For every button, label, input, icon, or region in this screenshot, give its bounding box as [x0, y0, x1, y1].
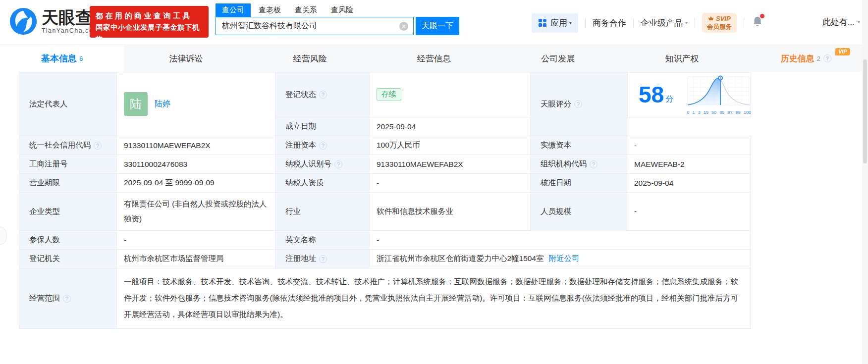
uscc-label: 统一社会信用代码? — [19, 136, 117, 155]
tab-count: 2 — [817, 55, 820, 62]
tab-company-development[interactable]: 公司发展 — [496, 45, 620, 72]
chevron-down-icon: ▾ — [569, 21, 572, 25]
tab-basic-info[interactable]: 基本信息 6 — [0, 45, 124, 72]
tab-business-risk[interactable]: 经营风险 — [248, 45, 372, 72]
reg-address-label: 注册地址? — [275, 250, 370, 268]
help-icon[interactable]: ? — [590, 160, 597, 168]
tianyancha-logo-icon — [9, 7, 38, 36]
crown-icon — [708, 16, 714, 21]
address-text: 浙江省杭州市余杭区仓前街道爱力中心2幢1504室 — [377, 254, 544, 264]
search-input-wrap: ✕ — [216, 17, 414, 35]
search-button[interactable]: 天眼一下 — [416, 17, 459, 35]
status-badge: 存续 — [377, 88, 401, 101]
business-scope-value: 一般项目：技术服务、技术开发、技术咨询、技术交流、技术转让、技术推广；计算机系统… — [117, 268, 751, 329]
score-cell: 58 分 — [627, 72, 751, 117]
user-account-menu[interactable]: 此处有... ▾ — [822, 16, 860, 28]
taxpayer-quality-value: - — [370, 174, 531, 193]
help-icon[interactable]: ? — [334, 160, 342, 168]
clear-icon[interactable]: ✕ — [399, 22, 408, 31]
search-tab-boss[interactable]: 查老板 — [259, 3, 281, 17]
taxpayer-id-label: 纳税人识别号? — [275, 155, 370, 174]
vip-badge: VIP — [835, 48, 850, 55]
search-tabs: 查公司 查老板 查关系 查风险 — [216, 3, 459, 17]
chevron-down-icon: ▾ — [685, 21, 688, 25]
tianyancha-logo[interactable]: 天眼查 TianYanCha.com — [9, 7, 99, 36]
apps-grid-icon — [538, 18, 547, 27]
table-row: 统一社会信用代码? 91330110MAEWEFAB2X 注册资本? 100万人… — [19, 136, 751, 155]
svip-member-button[interactable]: SVIP 会员服务 — [702, 13, 737, 33]
header-nav: 应用 ▾ 商务合作 企业级产品 ▾ SVIP 会员服务 — [532, 13, 764, 33]
reg-capital-value: 100万人民币 — [370, 136, 531, 155]
taxpayer-quality-label: 纳税人资质 — [275, 174, 370, 193]
score-distribution-chart: 01 315 5085 9799 100 — [686, 75, 752, 115]
tab-intellectual-property[interactable]: 知识产权 — [620, 45, 744, 72]
apps-menu-label: 应用 — [550, 17, 567, 29]
search-input[interactable] — [216, 17, 413, 35]
help-icon[interactable]: ? — [63, 295, 71, 303]
tab-business-info[interactable]: 经营信息 — [372, 45, 496, 72]
company-info-table: 法定代表人 陆 陆婷 登记状态? 存续 天眼评分? 58 分 — [19, 72, 751, 329]
tab-history-info[interactable]: VIP 历史信息 2 ? — [744, 45, 868, 72]
scrollbar-track — [862, 0, 868, 364]
help-icon[interactable]: ? — [94, 142, 102, 150]
staff-size-value: - — [627, 193, 751, 231]
company-section-tabs: 基本信息 6 法律诉讼 经营风险 经营信息 公司发展 知识产权 VIP 历史信息… — [0, 45, 868, 72]
divider — [585, 18, 586, 27]
scrollbar-thumb[interactable] — [863, 59, 867, 163]
taxpayer-id-value: 91330110MAEWEFAB2X — [370, 155, 531, 174]
establish-date-value: 2025-09-04 — [370, 117, 531, 136]
tab-count: 6 — [79, 55, 83, 62]
org-code-value: MAEWEFAB-2 — [627, 155, 751, 174]
uscc-value: 91330110MAEWEFAB2X — [117, 136, 275, 155]
table-row: 法定代表人 陆 陆婷 登记状态? 存续 天眼评分? 58 分 — [19, 72, 751, 117]
search-tab-company[interactable]: 查公司 — [216, 3, 251, 17]
insured-count-label: 参保人数 — [19, 231, 117, 250]
help-icon[interactable]: ? — [574, 100, 582, 108]
establish-date-label: 成立日期 — [275, 117, 370, 136]
table-row: 登记机关 杭州市余杭区市场监督管理局 注册地址? 浙江省杭州市余杭区仓前街道爱力… — [19, 250, 751, 268]
slogan-line2: 国家中小企业发展子基金旗下机构 — [96, 21, 204, 45]
nav-enterprise-products[interactable]: 企业级产品 ▾ — [641, 17, 688, 29]
tab-legal-litigation[interactable]: 法律诉讼 — [124, 45, 248, 72]
legal-rep-label: 法定代表人 — [19, 72, 117, 136]
score-label: 天眼评分? — [531, 72, 627, 136]
business-term-label: 营业期限 — [19, 174, 117, 193]
divider — [695, 18, 695, 27]
table-row: 企业类型 有限责任公司 (非自然人投资或控股的法人独资) 行业 软件和信息技术服… — [19, 193, 751, 231]
divider — [633, 18, 634, 27]
table-row: 经营范围? 一般项目：技术服务、技术开发、技术咨询、技术交流、技术转让、技术推广… — [19, 268, 751, 329]
search-tab-relation[interactable]: 查关系 — [295, 3, 317, 17]
approval-date-label: 核准日期 — [531, 174, 627, 193]
avatar[interactable]: 陆 — [124, 92, 148, 116]
legal-rep-link[interactable]: 陆婷 — [155, 99, 170, 109]
english-name-label: 英文名称 — [275, 231, 370, 250]
reg-capital-label: 注册资本? — [275, 136, 370, 155]
notification-dot — [760, 14, 764, 18]
help-icon[interactable]: ? — [319, 142, 327, 150]
basic-info-section: 法定代表人 陆 陆婷 登记状态? 存续 天眼评分? 58 分 — [0, 72, 868, 329]
company-type-label: 企业类型 — [19, 193, 117, 231]
help-icon[interactable]: ? — [319, 91, 327, 99]
paid-capital-value: - — [627, 136, 751, 155]
english-name-value: - — [370, 231, 751, 250]
notification-bell-button[interactable] — [752, 16, 763, 30]
chevron-down-icon: ▾ — [858, 20, 860, 24]
svip-service-label: 会员服务 — [707, 23, 732, 31]
org-code-label: 组织机构代码? — [531, 155, 627, 174]
nav-business-cooperation[interactable]: 商务合作 — [593, 17, 626, 29]
search-tab-risk[interactable]: 查风险 — [331, 3, 353, 17]
help-icon[interactable]: ? — [823, 54, 831, 62]
table-row: 营业期限 2025-09-04 至 9999-09-09 纳税人资质 - 核准日… — [19, 174, 751, 193]
industry-label: 行业 — [275, 193, 370, 231]
industry-value: 软件和信息技术服务业 — [370, 193, 531, 231]
legal-rep-cell: 陆 陆婷 — [117, 72, 275, 136]
table-row: 工商注册号 330110002476083 纳税人识别号? 91330110MA… — [19, 155, 751, 174]
business-term-value: 2025-09-04 至 9999-09-09 — [117, 174, 275, 193]
svip-label: SVIP — [707, 15, 732, 23]
reg-authority-value: 杭州市余杭区市场监督管理局 — [117, 250, 275, 268]
help-icon[interactable]: ? — [319, 255, 327, 263]
nearby-companies-link[interactable]: 附近公司 — [549, 254, 580, 264]
apps-menu-button[interactable]: 应用 ▾ — [532, 13, 578, 33]
divider — [744, 18, 744, 27]
business-scope-label: 经营范围? — [19, 268, 117, 329]
